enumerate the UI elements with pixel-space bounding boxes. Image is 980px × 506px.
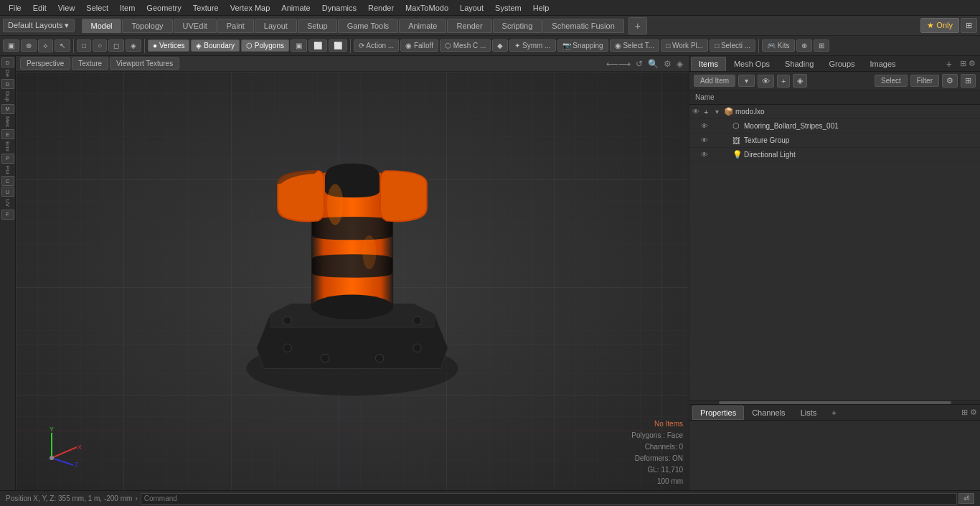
tool-item-a[interactable]: ▣ bbox=[291, 39, 307, 52]
panel-tab-add[interactable]: + bbox=[942, 57, 956, 71]
tab-topology[interactable]: Topology bbox=[122, 19, 172, 33]
tool-rotate[interactable]: ○ bbox=[93, 39, 107, 52]
tab-model[interactable]: Model bbox=[82, 19, 122, 33]
tool-vertices[interactable]: ● Vertices bbox=[148, 39, 189, 52]
items-list[interactable]: 👁 + ▾ 📦 modo.lxo 👁 ⬡ Mooring_Bollard_Str… bbox=[689, 105, 980, 400]
sidebar-btn-dup[interactable]: D bbox=[1, 79, 14, 89]
sidebar-btn-pol[interactable]: P bbox=[1, 154, 14, 164]
tool-symmetry[interactable]: ✦ Symm ... bbox=[509, 39, 555, 52]
add-item-dropdown-button[interactable]: ▾ bbox=[738, 75, 755, 87]
tab-animate[interactable]: Animate bbox=[399, 19, 446, 33]
tab-uvedit[interactable]: UVEdit bbox=[174, 19, 217, 33]
tool-add[interactable]: ⊕ bbox=[796, 39, 812, 52]
viewport-canvas[interactable]: X Y Z No Items Polygons : Face Channels:… bbox=[16, 72, 689, 490]
tool-polygons[interactable]: ⬡ Polygons bbox=[241, 39, 289, 52]
menu-edit[interactable]: Edit bbox=[27, 2, 52, 14]
menu-animate[interactable]: Animate bbox=[275, 2, 316, 14]
tab-paint[interactable]: Paint bbox=[217, 19, 254, 33]
tool-work-pl[interactable]: □ Work Pl... bbox=[661, 39, 708, 52]
item-eye-1[interactable]: 👁 bbox=[701, 122, 712, 130]
sidebar-btn-uv[interactable]: U bbox=[1, 187, 14, 197]
menu-vertex-map[interactable]: Vertex Map bbox=[225, 2, 276, 14]
menu-system[interactable]: System bbox=[489, 2, 527, 14]
panel-tab-items[interactable]: Items bbox=[691, 57, 726, 71]
panel-tab-images[interactable]: Images bbox=[863, 57, 903, 70]
command-input[interactable] bbox=[141, 493, 957, 505]
menu-file[interactable]: File bbox=[3, 2, 27, 14]
tab-schematic-fusion[interactable]: Schematic Fusion bbox=[542, 19, 623, 33]
tool-item-b[interactable]: ⬜ bbox=[308, 39, 327, 52]
viewport-icon-gear[interactable]: ◈ bbox=[675, 59, 684, 69]
tool-select-t[interactable]: ◉ Select T... bbox=[610, 39, 660, 52]
tab-layout[interactable]: Layout bbox=[255, 19, 297, 33]
items-filter-button[interactable]: Filter bbox=[910, 75, 939, 87]
tool-transform[interactable]: □ bbox=[77, 39, 91, 52]
prop-tab-lists[interactable]: Lists bbox=[793, 406, 824, 419]
tool-scale[interactable]: ◻ bbox=[108, 39, 124, 52]
tab-scripting[interactable]: Scripting bbox=[493, 19, 542, 33]
tool-grid[interactable]: ⊞ bbox=[814, 39, 829, 52]
items-settings-icon[interactable]: ⚙ bbox=[942, 74, 958, 88]
tool-lasso[interactable]: ⟡ bbox=[38, 39, 53, 52]
item-row-directional-light[interactable]: 👁 💡 Directional Light bbox=[689, 148, 980, 162]
items-select-button[interactable]: Select bbox=[875, 75, 908, 87]
tool-origin[interactable]: ⊕ bbox=[21, 39, 37, 52]
menu-layout[interactable]: Layout bbox=[454, 2, 489, 14]
tool-mesh-c[interactable]: ⬡ Mesh C ... bbox=[440, 39, 491, 52]
prop-tab-channels[interactable]: Channels bbox=[745, 406, 792, 419]
tool-kits[interactable]: 🎮 Kits bbox=[762, 39, 794, 52]
add-layout-button[interactable]: + bbox=[628, 17, 647, 34]
viewport-tab-texture[interactable]: Texture bbox=[72, 57, 108, 70]
sidebar-btn-c[interactable]: C bbox=[1, 176, 14, 186]
menu-render[interactable]: Render bbox=[362, 2, 400, 14]
viewport-icon-arrows[interactable]: ⟵⟶ bbox=[605, 59, 632, 69]
menu-select[interactable]: Select bbox=[80, 2, 114, 14]
viewport-tab-perspective[interactable]: Perspective bbox=[20, 57, 70, 70]
panel-expand-button[interactable]: ⊞ ⚙ bbox=[957, 57, 979, 70]
items-icon-2[interactable]: + bbox=[777, 75, 790, 88]
star-only-button[interactable]: ★ Only bbox=[920, 18, 959, 33]
tool-select-mode[interactable]: ▣ bbox=[3, 39, 19, 52]
sidebar-btn-e[interactable]: E bbox=[1, 129, 14, 139]
tool-selecti[interactable]: □ Selecti ... bbox=[710, 39, 755, 52]
tab-game-tools[interactable]: Game Tools bbox=[338, 19, 399, 33]
tool-action[interactable]: ⟳ Action ... bbox=[354, 39, 399, 52]
item-row-bollard[interactable]: 👁 ⬡ Mooring_Bollard_Stripes_001 bbox=[689, 119, 980, 133]
menu-texture[interactable]: Texture bbox=[187, 2, 225, 14]
expand-layout-button[interactable]: ⊞ bbox=[961, 18, 977, 33]
menu-max-to-modo[interactable]: MaxToModo bbox=[400, 2, 454, 14]
prop-tab-properties[interactable]: Properties bbox=[692, 406, 744, 420]
viewport-icon-rotate[interactable]: ↺ bbox=[634, 59, 644, 69]
panel-tab-mesh-ops[interactable]: Mesh Ops bbox=[727, 57, 777, 70]
command-submit-button[interactable]: ⏎ bbox=[958, 493, 974, 504]
tab-render[interactable]: Render bbox=[447, 19, 491, 33]
item-row-modo-lxo[interactable]: 👁 + ▾ 📦 modo.lxo bbox=[689, 105, 980, 119]
viewport-icon-search[interactable]: 🔍 bbox=[646, 59, 660, 69]
sidebar-btn-mesh[interactable]: M bbox=[1, 104, 14, 114]
sidebar-btn-1[interactable]: D bbox=[1, 57, 14, 67]
tool-boundary[interactable]: ◈ Boundary bbox=[191, 39, 240, 52]
tool-diamond[interactable]: ◆ bbox=[492, 39, 508, 52]
items-icon-1[interactable]: 👁 bbox=[758, 75, 774, 88]
menu-item[interactable]: Item bbox=[114, 2, 141, 14]
tool-edit[interactable]: ◈ bbox=[126, 39, 141, 52]
item-expand-0[interactable]: ▾ bbox=[715, 108, 724, 116]
tool-item-c[interactable]: ⬜ bbox=[329, 39, 347, 52]
viewport-icon-settings[interactable]: ⚙ bbox=[662, 59, 673, 69]
sidebar-btn-f[interactable]: F bbox=[1, 210, 14, 220]
items-expand-icon[interactable]: ⊞ bbox=[961, 74, 976, 88]
viewport-tab-viewport-textures[interactable]: Viewport Textures bbox=[110, 57, 179, 70]
menu-view[interactable]: View bbox=[52, 2, 81, 14]
item-eye-2[interactable]: 👁 bbox=[701, 136, 712, 144]
menu-dynamics[interactable]: Dynamics bbox=[316, 2, 362, 14]
tab-setup[interactable]: Setup bbox=[298, 19, 337, 33]
prop-tab-add[interactable]: + bbox=[824, 406, 843, 419]
layout-select-dropdown[interactable]: Default Layouts ▾ bbox=[3, 19, 75, 32]
tool-arrow[interactable]: ↖ bbox=[55, 39, 70, 52]
items-icon-3[interactable]: ◈ bbox=[793, 74, 807, 88]
tool-falloff[interactable]: ◉ Falloff bbox=[400, 39, 438, 52]
item-eye-0[interactable]: 👁 bbox=[692, 108, 704, 116]
add-item-button[interactable]: Add Item bbox=[694, 75, 735, 87]
panel-tab-groups[interactable]: Groups bbox=[821, 57, 862, 70]
item-row-texture-group[interactable]: 👁 🖼 Texture Group bbox=[689, 133, 980, 148]
